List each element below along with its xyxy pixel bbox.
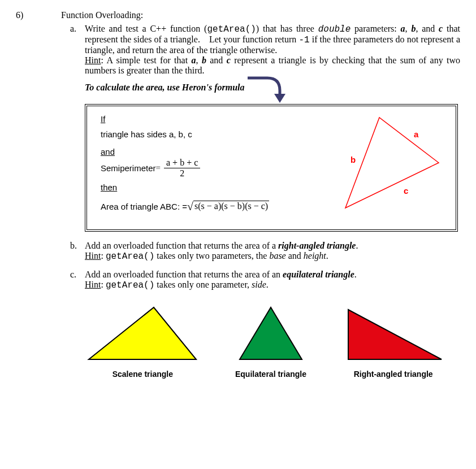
right-angled-emph: right-angled triangle bbox=[278, 241, 356, 250]
negative-one: -1 bbox=[298, 35, 309, 45]
svg-marker-0 bbox=[274, 94, 285, 103]
heron-box-outer: If triangle has sides a, b, c and Semipe… bbox=[85, 104, 458, 232]
part-b-letter: b. bbox=[70, 241, 85, 251]
scalene-label: Scalene triangle bbox=[83, 370, 202, 379]
svg-marker-3 bbox=[240, 307, 302, 359]
sqrt: √ s(s − a)(s − b)(s − c) bbox=[187, 200, 269, 211]
equilateral-triangle-icon bbox=[228, 303, 313, 365]
sqrt-symbol: √ bbox=[187, 201, 193, 212]
scalene-cell: Scalene triangle bbox=[83, 303, 202, 379]
heron-triangle-icon: a b c bbox=[326, 106, 450, 219]
semiperimeter-fraction: a + b + c 2 bbox=[164, 158, 200, 178]
equals: = bbox=[156, 163, 161, 173]
triangle-illustrations: Scalene triangle Equilateral triangle Ri… bbox=[70, 303, 460, 379]
triangle-side-c: c bbox=[404, 186, 408, 196]
question-number: 6) bbox=[16, 10, 61, 20]
svg-marker-2 bbox=[89, 307, 196, 359]
semiperimeter-label: Semiperimeter bbox=[101, 163, 156, 173]
heron-box-wrap: If triangle has sides a, b, c and Semipe… bbox=[85, 104, 460, 232]
part-b: b. Add an overloaded function that retur… bbox=[70, 241, 460, 262]
part-a-body: Write and test a C++ function (getArea()… bbox=[85, 24, 460, 76]
triangle-side-b: b bbox=[350, 155, 356, 164]
part-b-body: Add an overloaded function that returns … bbox=[85, 241, 460, 262]
equilateral-emph: equilateral triangle bbox=[283, 270, 354, 279]
sqrt-argument: s(s − a)(s − b)(s − c) bbox=[193, 201, 269, 211]
part-c-letter: c. bbox=[70, 270, 85, 280]
svg-marker-1 bbox=[345, 118, 439, 208]
part-c: c. Add an overloaded function that retur… bbox=[70, 270, 460, 290]
area-label: Area of triangle ABC: = bbox=[101, 202, 187, 211]
right-label: Right-angled triangle bbox=[340, 370, 447, 379]
part-a-text: Write and test a C++ function (getArea()… bbox=[85, 24, 460, 55]
double-type: double bbox=[318, 24, 351, 34]
part-a: a. Write and test a C++ function (getAre… bbox=[70, 24, 460, 76]
fraction-numerator: a + b + c bbox=[164, 158, 200, 168]
page: 6) Function Overloading: a. Write and te… bbox=[0, 0, 476, 396]
fraction-denominator: 2 bbox=[178, 168, 187, 179]
question-header: 6) Function Overloading: bbox=[16, 10, 460, 20]
part-c-body: Add an overloaded function that returns … bbox=[85, 270, 460, 290]
part-a-letter: a. bbox=[70, 24, 85, 34]
arrow-icon bbox=[245, 71, 307, 105]
heron-title: To calculate the area, use Heron's formu… bbox=[85, 82, 245, 93]
getarea-b-code: getArea() bbox=[106, 251, 154, 262]
equilateral-cell: Equilateral triangle bbox=[228, 303, 313, 379]
getarea-c-code: getArea() bbox=[106, 280, 154, 290]
svg-marker-4 bbox=[348, 310, 442, 359]
equilateral-label: Equilateral triangle bbox=[228, 370, 313, 379]
right-triangle-icon bbox=[340, 303, 447, 365]
question-title: Function Overloading: bbox=[61, 10, 460, 20]
right-cell: Right-angled triangle bbox=[340, 303, 447, 379]
scalene-triangle-icon bbox=[83, 303, 202, 365]
heron-title-row: To calculate the area, use Heron's formu… bbox=[16, 76, 460, 105]
getarea-code: getArea() bbox=[207, 24, 256, 34]
triangle-side-a: a bbox=[414, 129, 419, 139]
heron-box: If triangle has sides a, b, c and Semipe… bbox=[86, 106, 456, 230]
